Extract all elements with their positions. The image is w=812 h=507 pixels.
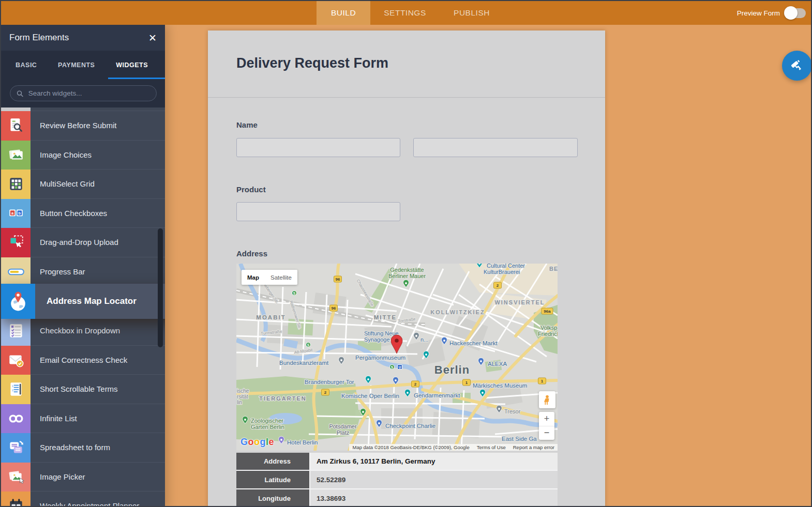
map-label: Hotel Berlin	[287, 439, 318, 445]
review-icon	[1, 111, 31, 141]
map-label: Potsdamer	[329, 423, 357, 429]
map-label: Volkspa	[540, 325, 558, 331]
calendar-icon	[1, 491, 31, 507]
panel-tab-payments[interactable]: PAYMENTS	[58, 62, 95, 69]
map-label: East Side Ga	[502, 436, 537, 442]
preview-form-toggle[interactable]	[784, 6, 806, 20]
map-type-map-button[interactable]: Map	[242, 274, 265, 281]
widget-label: Button Checkboxes	[31, 199, 165, 228]
widget-item-email-correctness-check[interactable]: Email Correctness Check	[1, 346, 165, 375]
widget-item-image-choices[interactable]: Image Choices	[1, 141, 165, 170]
widget-label: Spreadsheet to form	[31, 433, 165, 463]
product-field-label: Product	[236, 185, 266, 194]
paint-roller-icon	[789, 58, 805, 73]
map-label: Pergamonmuseum	[355, 355, 405, 361]
map-label: ALEXA	[488, 361, 507, 367]
map-label: KulturBrauerei	[484, 269, 520, 275]
svg-text:b: b	[18, 211, 21, 216]
widget-item-multiselect-grid[interactable]: MultiSelect Grid	[1, 170, 165, 199]
map-data-text: Map data ©2018 GeoBasis-DE/BKG (©2009), …	[352, 444, 469, 450]
widget-label: Checkbox in Dropdown	[31, 316, 165, 346]
zoom-out-button[interactable]: −	[539, 426, 554, 440]
map-label: Bundeskanzleramt	[279, 360, 329, 366]
panel-tab-widgets[interactable]: WIDGETS	[116, 62, 148, 69]
svg-text:S: S	[391, 365, 394, 369]
map-label: ische	[237, 388, 249, 394]
widget-label: Review Before Submit	[31, 111, 165, 141]
map-type-satellite-button[interactable]: Satellite	[265, 274, 297, 281]
widget-item-checkbox-in-dropdown[interactable]: Checkbox in Dropdown	[1, 316, 165, 346]
name-first-input[interactable]	[236, 138, 400, 157]
map-label: Garten Berlin	[251, 424, 284, 430]
form-designer-button[interactable]	[782, 51, 812, 81]
top-navigation-bar: BUILDSETTINGSPUBLISH Preview Form	[1, 1, 811, 25]
report-map-error-link[interactable]: Report a map error	[513, 444, 554, 450]
map-label: lin	[237, 400, 242, 405]
map-label: Komische Oper Berlin	[341, 393, 399, 399]
map-label: Friedrichs	[538, 331, 558, 337]
address-result-table: AddressAm Zirkus 6, 10117 Berlin, German…	[236, 453, 558, 507]
top-tab-publish[interactable]: PUBLISH	[440, 1, 504, 25]
map-label: Hackescher Markt	[449, 340, 498, 346]
address-map[interactable]: SSSU 9696296a2211 GedenkstätteBerliner M…	[236, 264, 558, 451]
pegman-control[interactable]	[539, 391, 555, 408]
progress-icon	[1, 257, 31, 287]
scrollbar-thumb[interactable]	[158, 228, 163, 347]
map-label: n...	[420, 336, 428, 343]
name-last-input[interactable]	[413, 138, 578, 157]
address-table-label: Latitude	[236, 471, 310, 488]
widget-item-infinite-list[interactable]: Infinite List	[1, 404, 165, 434]
map-route-badge: 96a	[544, 309, 551, 314]
close-icon[interactable]: ✕	[148, 33, 157, 43]
toggle-knob[interactable]	[784, 6, 798, 20]
map-label: Gedenkstätte	[390, 267, 424, 273]
panel-header: Form Elements ✕	[1, 25, 165, 51]
map-canvas[interactable]: SSSU 9696296a2211 GedenkstätteBerliner M…	[236, 264, 558, 451]
widget-item-image-picker[interactable]: Image Picker	[1, 463, 165, 492]
search-input[interactable]	[27, 89, 150, 98]
top-tab-build[interactable]: BUILD	[317, 1, 370, 25]
panel-tab-basic[interactable]: BASIC	[16, 62, 37, 69]
zoom-in-button[interactable]: +	[539, 412, 554, 426]
map-route-badge: 2	[497, 283, 499, 288]
widget-item-progress-bar[interactable]: Progress Bar	[1, 257, 165, 287]
panel-tabs: BASICPAYMENTSWIDGETS	[1, 51, 165, 79]
checkdrop-icon	[1, 316, 31, 346]
map-route-badge: 96	[332, 306, 336, 311]
map-route-badge: 2	[324, 390, 327, 395]
address-table-row: Longitude13.38693	[236, 489, 558, 507]
top-tabs: BUILDSETTINGSPUBLISH	[317, 1, 504, 25]
map-label: Berliner Mauer	[388, 273, 426, 279]
map-route-badge: 2	[414, 382, 417, 387]
map-type-control[interactable]: Map Satellite	[242, 270, 297, 285]
widget-item-review-before-submit[interactable]: Review Before Submit	[1, 111, 165, 141]
svg-text:U: U	[399, 365, 401, 369]
form-title-section[interactable]: Delivery Request Form	[208, 30, 605, 98]
widget-label: Drag-and-Drop Upload	[31, 228, 165, 257]
widget-item-weekly-appointment-planner[interactable]: Weekly Appointment Planner	[1, 491, 165, 507]
product-input[interactable]	[236, 202, 400, 221]
partial-widget-row	[1, 107, 165, 111]
search-icon	[17, 90, 23, 97]
map-route-badge: 96	[336, 277, 340, 282]
address-table-row: AddressAm Zirkus 6, 10117 Berlin, German…	[236, 453, 558, 471]
grid-icon	[1, 170, 31, 199]
preview-form-label: Preview Form	[737, 9, 780, 17]
map-zoom-control[interactable]: + −	[539, 412, 554, 440]
widget-item-button-checkboxes[interactable]: abButton Checkboxes	[1, 199, 165, 228]
widget-item-short-scrollable-terms[interactable]: 12Short Scrollable Terms	[1, 375, 165, 404]
widget-item-spreadsheet-to-form[interactable]: Spreadsheet to form	[1, 433, 165, 463]
widget-item-drag-and-drop-upload[interactable]: Drag-and-Drop Upload	[1, 228, 165, 257]
top-tab-settings[interactable]: SETTINGS	[370, 1, 440, 25]
map-label: Gendarmenmarkt	[414, 392, 460, 398]
map-label: Stiftung Neue	[364, 330, 399, 336]
search-box[interactable]	[10, 85, 157, 101]
terms-of-use-link[interactable]: Terms of Use	[477, 444, 506, 450]
widget-item-address-map-locator[interactable]: Address Map Locator	[1, 284, 165, 319]
address-table-value: 52.52289	[310, 471, 558, 488]
picker-icon	[1, 463, 31, 492]
map-route-badge: 1	[465, 380, 468, 385]
search-section	[1, 79, 165, 107]
widget-label: MultiSelect Grid	[31, 170, 165, 199]
map-label: Tresor	[504, 408, 521, 414]
